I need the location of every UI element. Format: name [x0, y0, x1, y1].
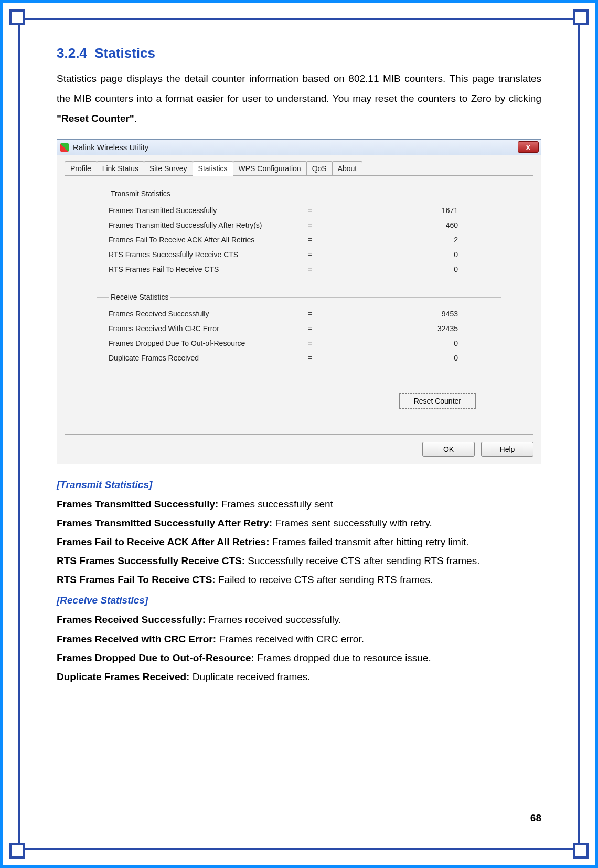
- receive-desc-heading: [Receive Statistics]: [57, 595, 541, 606]
- transmit-fieldset: Transmit Statistics Frames Transmitted S…: [97, 189, 501, 284]
- section-title-text: Statistics: [94, 45, 155, 61]
- help-button[interactable]: Help: [481, 442, 533, 457]
- receive-stat-label: Frames Dropped Due To Out-of-Resource: [109, 339, 308, 347]
- receive-desc-item: Frames Dropped Due to Out-of-Resource: F…: [57, 649, 541, 668]
- transmit-stat-label: Frames Transmitted Successfully After Re…: [109, 221, 308, 229]
- page-number: 68: [530, 812, 541, 824]
- tab-link-status[interactable]: Link Status: [97, 161, 144, 175]
- receive-stat-row: Duplicate Frames Received=0: [109, 351, 489, 365]
- equals-sign: =: [308, 236, 339, 244]
- section-number: 3.2.4: [57, 45, 87, 61]
- titlebar: Ralink Wireless Utility x: [57, 140, 541, 155]
- receive-stat-row: Frames Received Successfully=9453: [109, 306, 489, 321]
- tab-qos[interactable]: QoS: [306, 161, 333, 175]
- transmit-legend: Transmit Statistics: [109, 189, 173, 198]
- transmit-desc-term: RTS Frames Fail To Receive CTS:: [57, 574, 218, 585]
- transmit-desc-def: Frames failed transmit after hitting ret…: [272, 536, 469, 547]
- receive-desc-term: Frames Received Successfully:: [57, 614, 208, 625]
- reset-row: Reset Counter: [97, 382, 501, 425]
- receive-desc-def: Duplicate received frames.: [193, 671, 311, 682]
- transmit-desc-def: Failed to receive CTS after sending RTS …: [218, 574, 433, 585]
- intro-paragraph: Statistics page displays the detail coun…: [57, 69, 541, 129]
- transmit-stat-row: RTS Frames Successfully Receive CTS=0: [109, 247, 489, 262]
- transmit-stat-value: 1671: [339, 206, 489, 215]
- transmit-desc-heading: [Transmit Statistics]: [57, 479, 541, 491]
- equals-sign: =: [308, 310, 339, 318]
- transmit-desc-def: Frames sent successfully with retry.: [275, 517, 432, 528]
- transmit-stat-value: 0: [339, 250, 489, 259]
- window-title: Ralink Wireless Utility: [73, 143, 148, 152]
- close-icon: x: [526, 143, 530, 151]
- receive-desc-def: Frames dropped due to resource issue.: [257, 652, 431, 663]
- transmit-desc-term: Frames Fail to Receive ACK After All Ret…: [57, 536, 272, 547]
- receive-desc-term: Frames Received with CRC Error:: [57, 633, 219, 644]
- tab-profile[interactable]: Profile: [65, 161, 97, 175]
- reset-counter-button[interactable]: Reset Counter: [400, 393, 475, 409]
- transmit-desc-item: RTS Frames Fail To Receive CTS: Failed t…: [57, 570, 541, 589]
- transmit-desc-def: Frames successfully sent: [221, 499, 333, 510]
- transmit-desc-item: Frames Transmitted Successfully After Re…: [57, 514, 541, 533]
- receive-desc-def: Frames received successfully.: [208, 614, 341, 625]
- section-heading: 3.2.4 Statistics: [57, 45, 541, 61]
- transmit-desc-item: Frames Transmitted Successfully: Frames …: [57, 495, 541, 514]
- receive-desc-term: Frames Dropped Due to Out-of-Resource:: [57, 652, 257, 663]
- transmit-stat-row: Frames Transmitted Successfully=1671: [109, 203, 489, 218]
- receive-stat-value: 32435: [339, 324, 489, 333]
- transmit-stat-label: Frames Transmitted Successfully: [109, 206, 308, 215]
- transmit-desc-def: Successfully receive CTS after sending R…: [248, 555, 479, 566]
- tab-about[interactable]: About: [332, 161, 363, 175]
- receive-stat-label: Duplicate Frames Received: [109, 354, 308, 362]
- transmit-stat-row: RTS Frames Fail To Receive CTS=0: [109, 262, 489, 277]
- tab-statistics[interactable]: Statistics: [193, 161, 233, 176]
- transmit-stat-value: 0: [339, 265, 489, 273]
- tab-row: ProfileLink StatusSite SurveyStatisticsW…: [57, 155, 541, 175]
- receive-desc-def: Frames received with CRC error.: [219, 633, 364, 644]
- transmit-stat-row: Frames Fail To Receive ACK After All Ret…: [109, 232, 489, 247]
- equals-sign: =: [308, 324, 339, 333]
- receive-fieldset: Receive Statistics Frames Received Succe…: [97, 293, 501, 373]
- receive-legend: Receive Statistics: [109, 293, 170, 301]
- ok-button[interactable]: OK: [422, 442, 475, 457]
- receive-stat-value: 0: [339, 339, 489, 347]
- transmit-desc-item: Frames Fail to Receive ACK After All Ret…: [57, 533, 541, 552]
- intro-post: .: [134, 113, 137, 124]
- transmit-stat-value: 2: [339, 236, 489, 244]
- receive-desc-item: Duplicate Frames Received: Duplicate rec…: [57, 668, 541, 686]
- receive-desc-item: Frames Received with CRC Error: Frames r…: [57, 630, 541, 649]
- receive-desc-item: Frames Received Successfully: Frames rec…: [57, 610, 541, 629]
- description-section: [Transmit Statistics] Frames Transmitted…: [57, 479, 541, 686]
- equals-sign: =: [308, 206, 339, 215]
- transmit-desc-term: Frames Transmitted Successfully:: [57, 499, 221, 510]
- receive-stat-row: Frames Dropped Due To Out-of-Resource=0: [109, 336, 489, 351]
- equals-sign: =: [308, 354, 339, 362]
- transmit-stat-label: RTS Frames Fail To Receive CTS: [109, 265, 308, 273]
- receive-stat-label: Frames Received Successfully: [109, 310, 308, 318]
- intro-bold: "Reset Counter": [57, 113, 134, 124]
- receive-stat-label: Frames Received With CRC Error: [109, 324, 308, 333]
- app-icon: [60, 143, 69, 152]
- tab-site-survey[interactable]: Site Survey: [144, 161, 193, 175]
- tab-content: Transmit Statistics Frames Transmitted S…: [65, 175, 533, 435]
- transmit-stat-label: Frames Fail To Receive ACK After All Ret…: [109, 236, 308, 244]
- transmit-desc-item: RTS Frames Successfully Receive CTS: Suc…: [57, 552, 541, 570]
- intro-pre: Statistics page displays the detail coun…: [57, 73, 541, 104]
- transmit-desc-term: Frames Transmitted Successfully After Re…: [57, 517, 275, 528]
- transmit-stat-label: RTS Frames Successfully Receive CTS: [109, 250, 308, 259]
- statistics-dialog: Ralink Wireless Utility x ProfileLink St…: [57, 139, 541, 464]
- equals-sign: =: [308, 221, 339, 229]
- transmit-stat-value: 460: [339, 221, 489, 229]
- receive-desc-term: Duplicate Frames Received:: [57, 671, 193, 682]
- dialog-buttons: OK Help: [65, 442, 533, 457]
- transmit-desc-term: RTS Frames Successfully Receive CTS:: [57, 555, 248, 566]
- close-button[interactable]: x: [518, 141, 539, 153]
- tab-wps-configuration[interactable]: WPS Configuration: [233, 161, 307, 175]
- receive-stat-row: Frames Received With CRC Error=32435: [109, 321, 489, 336]
- equals-sign: =: [308, 250, 339, 259]
- equals-sign: =: [308, 265, 339, 273]
- transmit-stat-row: Frames Transmitted Successfully After Re…: [109, 218, 489, 232]
- equals-sign: =: [308, 339, 339, 347]
- receive-stat-value: 9453: [339, 310, 489, 318]
- receive-stat-value: 0: [339, 354, 489, 362]
